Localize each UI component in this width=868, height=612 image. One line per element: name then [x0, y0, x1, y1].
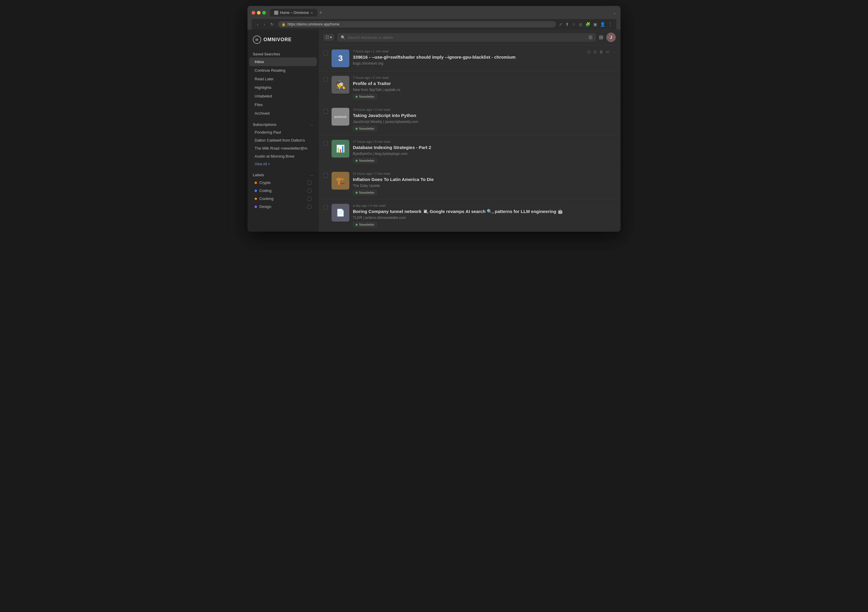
article-source: JavaScript Weekly | javascriptweekly.com: [353, 120, 616, 124]
article-card[interactable]: 📄a day ago • 4 min readBoring Company tu…: [319, 200, 620, 231]
subscription-item-pondering-paul[interactable]: Pondering Paul: [249, 128, 317, 136]
browser-titlebar: Home – Omnivore ✕ + ⌄ ‹ › ↻ 🔒 https://de…: [248, 6, 620, 30]
menu-icon[interactable]: ⋮: [608, 22, 612, 26]
user-avatar[interactable]: J: [606, 33, 616, 42]
article-source: ByteByteGo | blog.bytebytego.com: [353, 152, 616, 156]
sidebar-item-unlabeled[interactable]: Unlabeled: [249, 92, 317, 100]
article-body: a day ago • 4 min readBoring Company tun…: [353, 204, 616, 227]
label-color-dot: [254, 197, 257, 200]
bookmark-icon[interactable]: ☆: [572, 22, 576, 26]
subscription-item-milk-road[interactable]: The Milk Road <newsletter@m: [249, 144, 317, 152]
omnivore-ext-icon[interactable]: ◎: [579, 22, 582, 26]
new-tab-button[interactable]: +: [319, 10, 322, 16]
article-checkbox[interactable]: [323, 205, 328, 210]
article-card[interactable]: 37 hours ago • 1 min read339616 - --use-…: [319, 45, 620, 72]
view-all-link[interactable]: View All >: [249, 160, 317, 168]
back-button[interactable]: ‹: [256, 21, 260, 27]
label-item-cooking[interactable]: Cooking: [249, 195, 317, 203]
newsletter-badge[interactable]: Newsletter: [353, 158, 377, 163]
labels-menu-button[interactable]: ···: [310, 173, 313, 177]
articles-list: 37 hours ago • 1 min read339616 - --use-…: [319, 45, 620, 231]
sidebar: M OMNIVORE Saved Searches InboxContinue …: [248, 30, 319, 231]
logo-letter: M: [256, 38, 259, 42]
active-tab[interactable]: Home – Omnivore ✕: [270, 9, 317, 17]
article-card[interactable]: acintosh13 hours ago • 3 min readTaking …: [319, 104, 620, 136]
newsletter-dot: [355, 192, 358, 194]
refresh-button[interactable]: ↻: [269, 21, 275, 27]
newsletter-dot: [355, 128, 358, 130]
delete-icon[interactable]: 🗑: [599, 50, 603, 54]
article-checkbox[interactable]: [323, 109, 328, 114]
subscriptions-menu-button[interactable]: ···: [310, 122, 313, 127]
sidebar-item-read-later[interactable]: Read Later: [249, 75, 317, 83]
article-thumbnail: 📄: [332, 204, 349, 222]
label-item-design[interactable]: Design: [249, 203, 317, 211]
article-checkbox[interactable]: [323, 77, 328, 82]
article-body: 13 hours ago • 3 min readTaking JavaScri…: [353, 108, 616, 131]
label-item-crypto[interactable]: Crypto: [249, 179, 317, 186]
main-content: ☐ ▾ 🔍 Search keywords or labels / ⊞ J 37…: [319, 30, 620, 231]
sidebar-item-archived[interactable]: Archived: [249, 109, 317, 118]
app-container: M OMNIVORE Saved Searches InboxContinue …: [248, 30, 620, 231]
forward-button[interactable]: ›: [263, 21, 267, 27]
close-button[interactable]: [252, 11, 255, 14]
subscriptions-section: Subscriptions ···: [248, 120, 319, 128]
sidebar-item-continue-reading[interactable]: Continue Reading: [249, 66, 317, 75]
article-meta: 13 hours ago • 3 min read: [353, 108, 616, 111]
article-meta: a day ago • 4 min read: [353, 204, 616, 207]
article-checkbox[interactable]: [323, 51, 328, 55]
article-card[interactable]: 🏗️21 hours ago • 7 min readInflation Goe…: [319, 168, 620, 200]
article-card[interactable]: 📊17 hours ago • 5 min readDatabase Index…: [319, 136, 620, 168]
newsletter-label: Newsletter: [359, 223, 375, 226]
url-input[interactable]: 🔒 https://demo.omnivore.app/home: [278, 21, 556, 28]
label-icon[interactable]: 🏷: [606, 50, 610, 54]
article-title: Inflation Goes To Latin America To Die: [353, 177, 616, 182]
label-name: Design: [259, 204, 271, 209]
select-all-button[interactable]: ☐ ▾: [323, 34, 334, 41]
sidebar-item-label: Archived: [254, 111, 270, 115]
newsletter-badge[interactable]: Newsletter: [353, 222, 377, 227]
article-thumbnail: 🕵️: [332, 76, 349, 93]
newsletter-badge[interactable]: Newsletter: [353, 190, 377, 195]
label-checkbox[interactable]: [307, 197, 312, 201]
label-checkbox[interactable]: [307, 205, 312, 209]
browser-window: Home – Omnivore ✕ + ⌄ ‹ › ↻ 🔒 https://de…: [248, 6, 620, 231]
search-icon: 🔍: [341, 35, 346, 40]
sidebar-item-files[interactable]: Files: [249, 100, 317, 109]
article-body: 7 hours ago • 1 min read339616 - --use-g…: [353, 50, 616, 67]
save-icon[interactable]: ⊟: [593, 50, 597, 54]
label-checkbox[interactable]: [307, 181, 312, 185]
user-profile-icon[interactable]: 👤: [600, 22, 605, 26]
address-bar: ‹ › ↻ 🔒 https://demo.omnivore.app/home ⤢…: [252, 19, 616, 30]
maximize-button[interactable]: [262, 11, 266, 14]
sidebar-toggle-icon[interactable]: ▣: [593, 22, 597, 26]
traffic-lights: [252, 11, 266, 14]
sidebar-subscriptions: Pondering PaulDalton Caldwell from Dalto…: [248, 128, 319, 160]
chevron-down-icon: ▾: [330, 35, 332, 39]
label-item-coding[interactable]: Coding: [249, 186, 317, 195]
external-link-icon[interactable]: ⤢: [559, 22, 563, 26]
article-checkbox[interactable]: [323, 173, 328, 178]
subscription-item-dalton-caldwell[interactable]: Dalton Caldwell from Dalton's: [249, 136, 317, 144]
toolbar: ☐ ▾ 🔍 Search keywords or labels / ⊞ J: [319, 30, 620, 45]
tab-close-icon[interactable]: ✕: [310, 11, 313, 14]
subscription-item-austin-morning-brew[interactable]: Austin at Morning Brew: [249, 152, 317, 160]
article-meta: 21 hours ago • 7 min read: [353, 172, 616, 176]
article-checkbox[interactable]: [323, 141, 328, 146]
article-card[interactable]: 🕵️7 hours ago • 2 min readProfile of a T…: [319, 72, 620, 104]
article-title: Profile of a Traitor: [353, 81, 616, 87]
newsletter-label: Newsletter: [359, 191, 375, 194]
extensions-icon[interactable]: 🧩: [585, 22, 590, 26]
label-checkbox[interactable]: [307, 189, 312, 193]
archive-icon[interactable]: ⊡: [587, 50, 591, 54]
minimize-button[interactable]: [257, 11, 260, 14]
label-name: Coding: [259, 188, 271, 193]
share-icon[interactable]: ⬆: [566, 22, 569, 26]
grid-view-button[interactable]: ⊞: [599, 34, 603, 40]
search-box[interactable]: 🔍 Search keywords or labels /: [337, 33, 596, 42]
sidebar-item-inbox[interactable]: Inbox: [249, 57, 317, 66]
newsletter-badge[interactable]: Newsletter: [353, 94, 377, 99]
more-icon[interactable]: ···: [612, 50, 616, 54]
newsletter-badge[interactable]: Newsletter: [353, 126, 377, 131]
sidebar-item-highlights[interactable]: Highlights: [249, 83, 317, 92]
